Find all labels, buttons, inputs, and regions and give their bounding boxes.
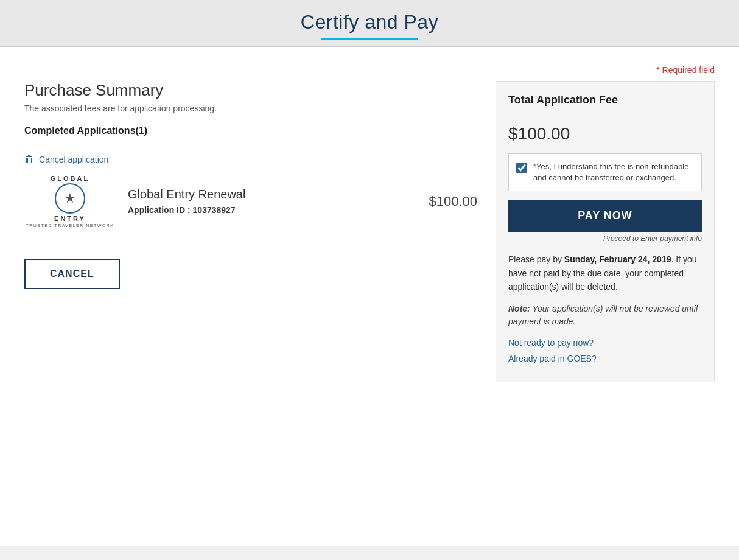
app-id-value: 103738927	[193, 205, 236, 215]
checkbox-label[interactable]: *Yes, I understand this fee is non-refun…	[533, 161, 694, 183]
right-panel: Total Application Fee $100.00 *Yes, I un…	[496, 81, 715, 382]
app-id: Application ID : 103738927	[128, 205, 404, 215]
pay-by-date: Sunday, February 24, 2019	[564, 254, 671, 264]
non-refundable-checkbox[interactable]	[516, 163, 527, 173]
pay-by-text-part1: Please pay by	[508, 254, 564, 264]
note-body: Your application(s) will not be reviewed…	[508, 304, 698, 326]
not-ready-link[interactable]: Not ready to pay now?	[508, 338, 702, 348]
logo-text-trusted: TRUSTED TRAVELER NETWORK	[26, 223, 114, 228]
app-price: $100.00	[416, 194, 477, 209]
cancel-button[interactable]: CANCEL	[24, 259, 120, 289]
pay-by-text: Please pay by Sunday, February 24, 2019.…	[508, 253, 702, 293]
already-paid-link[interactable]: Already paid in GOES?	[508, 354, 702, 363]
pay-now-subtitle: Proceed to Enter payment info	[508, 234, 702, 243]
page-title: Certify and Pay	[0, 11, 739, 33]
completed-apps-header: Completed Applications(1)	[24, 125, 477, 144]
fee-box: Total Application Fee $100.00 *Yes, I un…	[496, 81, 715, 382]
cancel-app-label: Cancel application	[39, 155, 108, 164]
fee-amount: $100.00	[508, 124, 702, 144]
logo-text-entry: ENTRY	[54, 215, 86, 222]
logo-circle: ★	[55, 183, 85, 214]
fee-box-title: Total Application Fee	[508, 94, 702, 114]
left-panel: Purchase Summary The associated fees are…	[24, 81, 477, 289]
global-entry-logo: GLOBAL ★ ENTRY TRUSTED TRAVELER NETWORK	[24, 175, 116, 228]
app-name: Global Entry Renewal	[128, 187, 404, 201]
logo-text-global: GLOBAL	[51, 175, 89, 182]
purchase-summary-title: Purchase Summary	[24, 81, 477, 100]
header-underline	[321, 38, 418, 40]
note-label: Note:	[508, 304, 530, 313]
app-info: Global Entry Renewal Application ID : 10…	[128, 187, 404, 215]
checkbox-text: Yes, I understand this fee is non-refund…	[533, 162, 688, 182]
pay-now-button[interactable]: PAY NOW	[508, 200, 702, 232]
purchase-summary-subtitle: The associated fees are for application …	[24, 103, 477, 113]
non-refundable-checkbox-row: *Yes, I understand this fee is non-refun…	[508, 153, 702, 191]
page-header: Certify and Pay	[0, 0, 739, 47]
main-content: * Required field Purchase Summary The as…	[0, 47, 739, 546]
application-row: GLOBAL ★ ENTRY TRUSTED TRAVELER NETWORK …	[24, 175, 477, 240]
app-id-label: Application ID :	[128, 205, 193, 215]
note-text: Note: Your application(s) will not be re…	[508, 303, 702, 328]
content-layout: Purchase Summary The associated fees are…	[24, 81, 715, 382]
logo-container: GLOBAL ★ ENTRY TRUSTED TRAVELER NETWORK	[24, 175, 116, 228]
cancel-application-link[interactable]: 🗑 Cancel application	[24, 154, 477, 165]
logo-star-icon: ★	[64, 191, 76, 206]
trash-icon: 🗑	[24, 154, 34, 165]
required-field-note: * Required field	[24, 65, 715, 75]
